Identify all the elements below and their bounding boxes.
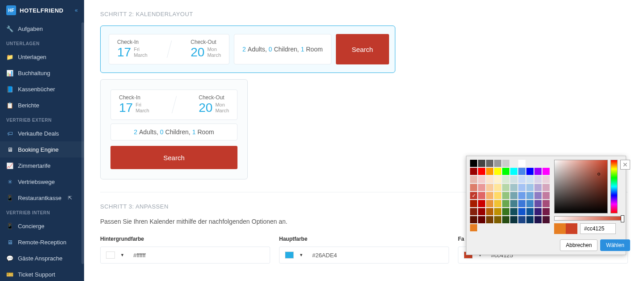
date-picker-v[interactable]: Check-In 17FriMarch Check-Out 20MonMarch	[110, 89, 237, 120]
brand-logo[interactable]: HF HOTELFRIEND «	[0, 0, 84, 21]
palette-cell[interactable]	[518, 208, 525, 215]
palette-cell[interactable]	[486, 184, 493, 191]
palette-cell[interactable]	[502, 168, 509, 175]
palette-cell[interactable]	[470, 224, 477, 231]
search-button[interactable]: Search	[336, 34, 390, 64]
palette-cell[interactable]	[478, 184, 485, 191]
palette-cell[interactable]	[526, 216, 534, 223]
sidebar-item-zimmertarife[interactable]: 📈Zimmertarife	[0, 158, 84, 174]
palette-cell[interactable]	[542, 192, 550, 199]
palette-cell[interactable]	[526, 208, 534, 215]
palette-cell[interactable]	[478, 168, 485, 175]
palette-cell[interactable]	[486, 200, 493, 207]
palette-cell[interactable]	[502, 216, 509, 223]
palette-cell[interactable]	[478, 208, 485, 215]
palette-cell[interactable]	[470, 184, 477, 191]
palette-cell[interactable]	[470, 192, 477, 199]
palette-cell[interactable]	[510, 160, 517, 167]
palette-cell[interactable]	[478, 200, 485, 207]
palette-cell[interactable]	[518, 168, 525, 175]
palette-cell[interactable]	[510, 216, 517, 223]
palette-cell[interactable]	[534, 216, 542, 223]
palette-cell[interactable]	[518, 184, 525, 191]
palette-cell[interactable]	[534, 168, 542, 175]
palette-cell[interactable]	[526, 168, 534, 175]
palette-cell[interactable]	[502, 208, 509, 215]
palette-cell[interactable]	[486, 160, 493, 167]
collapse-icon[interactable]: «	[75, 7, 78, 13]
sidebar-item-berichte[interactable]: 📋Berichte	[0, 97, 84, 113]
sidebar-item-concierge[interactable]: 📱Concierge	[0, 218, 84, 234]
palette-cell[interactable]	[478, 176, 485, 183]
palette-cell[interactable]	[486, 192, 493, 199]
palette-cell[interactable]	[478, 192, 485, 199]
palette-cell[interactable]	[502, 184, 509, 191]
palette-cell[interactable]	[486, 168, 493, 175]
palette-cell[interactable]	[502, 160, 509, 167]
palette-cell[interactable]	[526, 184, 534, 191]
choose-button[interactable]: Wählen	[600, 239, 630, 251]
palette-cell[interactable]	[494, 160, 501, 167]
sidebar-item-unterlagen[interactable]: 📁Unterlagen	[0, 49, 84, 65]
bg-color-input[interactable]: ▼ #ffffff	[100, 247, 270, 264]
hue-slider[interactable]	[610, 160, 618, 213]
palette-cell[interactable]	[502, 176, 509, 183]
palette-cell[interactable]	[494, 176, 501, 183]
palette-cell[interactable]	[534, 184, 542, 191]
palette-cell[interactable]	[494, 184, 501, 191]
palette-cell[interactable]	[534, 200, 542, 207]
palette-cell[interactable]	[494, 192, 501, 199]
cancel-button[interactable]: Abbrechen	[560, 239, 597, 251]
palette-cell[interactable]	[518, 192, 525, 199]
palette-cell[interactable]	[502, 200, 509, 207]
palette-cell[interactable]	[502, 192, 509, 199]
palette-cell[interactable]	[478, 216, 485, 223]
palette-cell[interactable]	[494, 208, 501, 215]
palette-cell[interactable]	[542, 168, 550, 175]
sidebar-item-deals[interactable]: 🏷Verkaufte Deals	[0, 125, 84, 141]
sidebar-item-buchhaltung[interactable]: 📊Buchhaltung	[0, 65, 84, 81]
palette-cell[interactable]	[534, 192, 542, 199]
palette-cell[interactable]	[518, 200, 525, 207]
palette-cell[interactable]	[510, 176, 517, 183]
palette-cell[interactable]	[518, 216, 525, 223]
search-button-v[interactable]: Search	[110, 146, 237, 169]
palette-cell[interactable]	[510, 192, 517, 199]
palette-cell[interactable]	[486, 176, 493, 183]
date-picker[interactable]: Check-In 17 FriMarch Check-Out 20 MonMar…	[109, 34, 229, 64]
palette-cell[interactable]	[510, 200, 517, 207]
sidebar-item-booking-engine[interactable]: 🖥Booking Engine	[0, 141, 84, 158]
palette-cell[interactable]	[470, 176, 477, 183]
sidebar-item-tasks[interactable]: 🔧 Aufgaben	[0, 21, 84, 37]
sidebar-item-kassenbuecher[interactable]: 📘Kassenbücher	[0, 81, 84, 97]
palette-cell[interactable]	[470, 200, 477, 207]
palette-cell[interactable]	[526, 192, 534, 199]
palette-cell[interactable]	[526, 176, 534, 183]
sidebar-item-remote-reception[interactable]: 🖥Remote-Reception	[0, 234, 84, 250]
palette-cell[interactable]	[494, 168, 501, 175]
palette-cell[interactable]	[510, 168, 517, 175]
sidebar-item-ticket-support[interactable]: 🎫Ticket Support	[0, 266, 84, 281]
palette-cell[interactable]	[470, 208, 477, 215]
palette-cell[interactable]	[494, 200, 501, 207]
close-icon[interactable]: ✕	[620, 160, 630, 170]
palette-cell[interactable]	[542, 200, 550, 207]
palette-cell[interactable]	[518, 160, 525, 167]
palette-cell[interactable]	[470, 160, 477, 167]
palette-cell[interactable]	[542, 176, 550, 183]
palette-cell[interactable]	[494, 216, 501, 223]
palette-cell[interactable]	[486, 208, 493, 215]
palette-cell[interactable]	[486, 216, 493, 223]
sidebar-item-restaurantkasse[interactable]: 📱Restaurantkasse⇱	[0, 190, 84, 206]
palette-cell[interactable]	[470, 168, 477, 175]
sidebar-item-vertriebswege[interactable]: ✳Vertriebswege	[0, 174, 84, 190]
palette-cell[interactable]	[478, 160, 485, 167]
main-color-input[interactable]: ▼ #26ADE4	[279, 247, 449, 264]
palette-cell[interactable]	[526, 200, 534, 207]
palette-cell[interactable]	[534, 176, 542, 183]
guest-selector[interactable]: 2 Adults, 0 Children, 1 Room	[234, 34, 331, 64]
palette-cell[interactable]	[542, 184, 550, 191]
palette-cell[interactable]	[510, 184, 517, 191]
palette-cell[interactable]	[518, 176, 525, 183]
palette-cell[interactable]	[510, 208, 517, 215]
